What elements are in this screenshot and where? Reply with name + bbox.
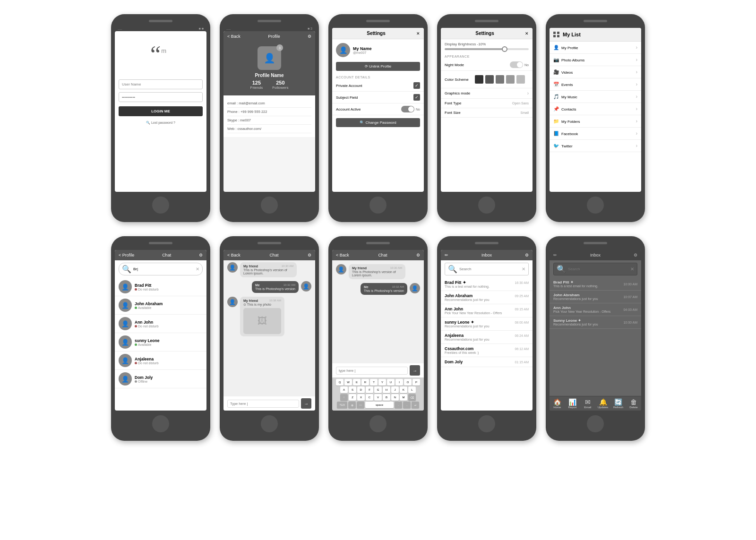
key-n[interactable]: N bbox=[391, 394, 399, 401]
key-w[interactable]: W bbox=[344, 379, 352, 386]
key-return[interactable]: ↵ bbox=[412, 402, 419, 408]
dark-inbox-item-brad[interactable]: Brad Pitt ✦ This is a test email for not… bbox=[550, 278, 641, 291]
tab-updates[interactable]: 🔔 Updates bbox=[595, 396, 610, 411]
brightness-slider[interactable] bbox=[445, 48, 529, 50]
home-button[interactable] bbox=[369, 197, 387, 214]
chat-contact-sunny[interactable]: 👤 sunny Leone Available bbox=[115, 333, 206, 351]
key-e[interactable]: E bbox=[353, 379, 361, 386]
chat-contact-anj[interactable]: 👤 Anjaleena Do not disturb bbox=[115, 351, 206, 370]
dark-inbox-item-ann[interactable]: Ann John Pick Your New Year Resolution -… bbox=[550, 303, 641, 316]
list-item-twitter[interactable]: 🐦Twitter › bbox=[550, 140, 641, 152]
key-p[interactable]: P bbox=[412, 379, 420, 386]
key-c[interactable]: C bbox=[366, 394, 373, 401]
home-button[interactable] bbox=[152, 415, 169, 432]
color-swatch-2[interactable] bbox=[485, 75, 494, 84]
inbox-search[interactable]: 🔍 ✕ bbox=[445, 263, 529, 275]
message-input[interactable] bbox=[336, 367, 408, 375]
key-comma[interactable]: , bbox=[403, 402, 411, 408]
compose-icon[interactable]: ✏ bbox=[553, 253, 557, 257]
inbox-item-john[interactable]: John Abraham 09:25 AM Recommendations ju… bbox=[441, 291, 533, 304]
clear-icon[interactable]: ✕ bbox=[630, 266, 634, 272]
key-y[interactable]: Y bbox=[378, 379, 386, 386]
tab-report[interactable]: 📊 Report bbox=[565, 396, 580, 411]
color-swatch-5[interactable] bbox=[516, 75, 525, 84]
inbox-dark-search[interactable]: 🔍 ✕ bbox=[553, 263, 637, 275]
inbox-item-css[interactable]: Cssauthor.com 06:12 AM Freebies of this … bbox=[441, 344, 533, 357]
chat-contact-john[interactable]: 👤 John Abraham Available bbox=[115, 296, 206, 315]
list-item-contacts[interactable]: 📌Contacts › bbox=[550, 103, 641, 115]
key-d[interactable]: D bbox=[357, 386, 365, 393]
unlink-button[interactable]: ⟳ Unlink Profile bbox=[336, 62, 420, 71]
night-mode-toggle[interactable] bbox=[510, 61, 523, 68]
key-a[interactable]: A bbox=[340, 386, 348, 393]
home-button[interactable] bbox=[478, 197, 495, 214]
chat-contact-ann[interactable]: 👤 Ann John Do not disturb bbox=[115, 315, 206, 333]
back-button[interactable]: < Back bbox=[336, 253, 349, 257]
key-t[interactable]: T bbox=[370, 379, 378, 386]
home-button[interactable] bbox=[587, 415, 604, 432]
key-period[interactable]: . bbox=[395, 402, 402, 408]
home-button[interactable] bbox=[369, 415, 387, 432]
key-o[interactable]: O bbox=[404, 379, 412, 386]
gear-icon[interactable]: ⚙ bbox=[416, 253, 420, 257]
gear-icon[interactable]: ⚙ bbox=[308, 253, 311, 257]
key-k[interactable]: K bbox=[400, 386, 407, 393]
slider-thumb[interactable] bbox=[502, 46, 507, 52]
home-button[interactable] bbox=[587, 197, 604, 214]
list-item-photos[interactable]: 📷Photo Albums › bbox=[550, 54, 641, 66]
inbox-item-sunny[interactable]: sunny Leone ✦ 08:00 AM Recommendations j… bbox=[441, 317, 533, 331]
home-button[interactable] bbox=[152, 197, 169, 214]
color-swatch-3[interactable] bbox=[496, 75, 504, 84]
color-swatch-4[interactable] bbox=[506, 75, 515, 84]
chat-contact-dom[interactable]: 👤 Dom Joly Offline bbox=[115, 370, 206, 388]
home-button[interactable] bbox=[261, 197, 278, 214]
back-button[interactable]: < Profile bbox=[119, 253, 134, 257]
tab-home[interactable]: 🏠 Home bbox=[550, 396, 565, 411]
key-emoji[interactable]: ⊕ bbox=[348, 402, 356, 408]
clear-icon[interactable]: ✕ bbox=[522, 266, 525, 272]
send-button[interactable]: → bbox=[301, 398, 311, 409]
key-x[interactable]: X bbox=[357, 394, 365, 401]
key-dash[interactable]: — bbox=[357, 402, 364, 408]
gear-icon[interactable]: ⚙ bbox=[525, 253, 529, 257]
back-button[interactable]: < Back bbox=[227, 253, 241, 257]
inbox-item-dom[interactable]: Dom Joly 01:15 AM bbox=[441, 357, 533, 367]
key-num[interactable]: ?123 bbox=[337, 402, 347, 408]
search-input[interactable] bbox=[133, 267, 194, 271]
gear-icon[interactable]: ⚙ bbox=[199, 253, 203, 257]
tab-email[interactable]: ✉ Email bbox=[580, 396, 595, 411]
key-shift[interactable]: ↑ bbox=[340, 394, 348, 401]
close-icon[interactable]: ✕ bbox=[416, 31, 420, 36]
key-h[interactable]: H bbox=[383, 386, 390, 393]
subject-field-checkbox[interactable]: ✓ bbox=[413, 94, 420, 101]
home-button[interactable] bbox=[478, 415, 495, 432]
clear-icon[interactable]: ✕ bbox=[196, 266, 199, 272]
key-v[interactable]: V bbox=[374, 394, 382, 401]
compose-icon[interactable]: ✏ bbox=[445, 253, 448, 257]
list-item-folders[interactable]: 📁My Folders › bbox=[550, 115, 641, 128]
key-f[interactable]: F bbox=[366, 386, 373, 393]
message-input[interactable] bbox=[227, 400, 299, 408]
lost-password-link[interactable]: 🔍 Lost password ? bbox=[119, 121, 203, 125]
change-password-button[interactable]: 🔍 Change Password bbox=[336, 118, 420, 127]
back-button[interactable]: < Back bbox=[227, 34, 241, 39]
account-active-toggle[interactable] bbox=[401, 106, 414, 112]
search-input[interactable] bbox=[568, 267, 628, 271]
private-account-checkbox[interactable]: ✓ bbox=[413, 82, 420, 89]
tab-refresh[interactable]: 🔄 Refresh bbox=[610, 396, 626, 411]
color-swatch-1[interactable] bbox=[475, 75, 483, 84]
chat-search[interactable]: 🔍 ✕ bbox=[119, 263, 203, 275]
inbox-item-brad[interactable]: Brad Pitt ✦ 16:30 AM This is a test emai… bbox=[441, 278, 533, 291]
dark-inbox-item-sunny[interactable]: Sunny Leone ✦ Recommendations just for y… bbox=[550, 316, 641, 329]
key-b[interactable]: B bbox=[383, 394, 390, 401]
key-j[interactable]: J bbox=[391, 386, 399, 393]
key-s[interactable]: S bbox=[349, 386, 356, 393]
key-r[interactable]: R bbox=[361, 379, 369, 386]
key-backspace[interactable]: ⌫ bbox=[408, 394, 416, 401]
login-button[interactable]: LOGIN ME bbox=[119, 106, 203, 116]
tab-delete[interactable]: 🗑 Delete bbox=[626, 396, 641, 411]
key-i[interactable]: I bbox=[395, 379, 403, 386]
key-space[interactable]: space bbox=[365, 402, 394, 408]
key-z[interactable]: Z bbox=[349, 394, 356, 401]
home-button[interactable] bbox=[261, 415, 278, 432]
